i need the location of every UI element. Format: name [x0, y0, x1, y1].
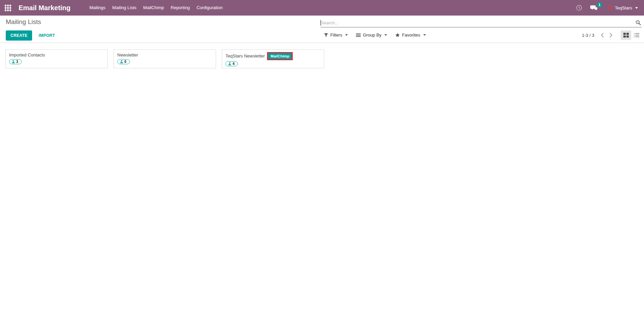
import-button[interactable]: IMPORT: [37, 31, 56, 40]
menu-item-mailing-lists[interactable]: Mailing Lists: [109, 0, 140, 16]
contacts-count-pill[interactable]: 0: [117, 59, 130, 64]
action-buttons: CREATE IMPORT: [6, 30, 56, 41]
systray: 1 TeqStars: [572, 0, 644, 16]
favorites-dropdown[interactable]: Favorites: [395, 32, 426, 38]
chevron-left-icon: [601, 33, 604, 38]
filters-label: Filters: [330, 32, 342, 38]
menu-item-mailings[interactable]: Mailings: [86, 0, 109, 16]
app-brand-title[interactable]: Email Marketing: [19, 4, 70, 12]
search-options: Filters Group By Favorites: [324, 32, 426, 38]
search-bar: [320, 19, 642, 27]
apps-grid-icon: [5, 5, 11, 11]
kanban-view-button[interactable]: [621, 30, 631, 40]
create-button[interactable]: CREATE: [6, 30, 32, 41]
mailing-list-card-imported-contacts[interactable]: Imported Contacts 3: [5, 49, 108, 68]
kanban-view-icon: [623, 33, 629, 38]
mailchimp-badge: MailChimp: [268, 53, 292, 59]
group-by-dropdown[interactable]: Group By: [356, 32, 387, 38]
menu-item-configuration[interactable]: Configuration: [193, 0, 226, 16]
card-title: Imported Contacts: [9, 52, 45, 58]
view-switcher: [621, 30, 642, 40]
funnel-icon: [324, 33, 328, 37]
card-title: TeqStars Newsletter: [225, 53, 265, 59]
top-navbar: Email Marketing Mailings Mailing Lists M…: [0, 0, 644, 16]
company-logo-icon: [607, 5, 613, 10]
control-panel: Mailing Lists CREATE IMPORT Filters: [0, 16, 644, 43]
top-menu: Mailings Mailing Lists MailChimp Reporti…: [86, 0, 226, 16]
mailing-list-card-teqstars-newsletter[interactable]: TeqStars Newsletter MailChimp 4: [222, 49, 324, 68]
user-name: TeqStars: [615, 5, 632, 10]
pager-previous-button[interactable]: [598, 30, 606, 40]
bars-icon: [356, 33, 361, 37]
list-view-icon: [634, 33, 639, 38]
pager-range: 1-3 / 3: [582, 33, 594, 38]
contact-count: 3: [16, 60, 18, 64]
contact-count: 4: [233, 62, 235, 66]
mailing-lists-kanban: Imported Contacts 3 Newsletter 0 TeqStar…: [0, 43, 644, 75]
chevron-down-icon: [635, 7, 638, 9]
search-icon[interactable]: [636, 20, 641, 25]
chevron-right-icon: [610, 33, 613, 38]
star-icon: [395, 33, 400, 37]
contacts-count-pill[interactable]: 4: [225, 61, 238, 66]
caret-down-icon: [384, 34, 387, 36]
clock-icon: [576, 5, 582, 11]
menu-item-reporting[interactable]: Reporting: [167, 0, 193, 16]
caret-down-icon: [423, 34, 426, 36]
activities-button[interactable]: [572, 0, 586, 16]
group-by-label: Group By: [363, 32, 381, 38]
pager-next-button[interactable]: [606, 30, 615, 40]
message-count-badge: 1: [597, 2, 602, 7]
pager-and-views: 1-3 / 3: [582, 30, 642, 40]
person-icon: [228, 62, 231, 65]
page-title: Mailing Lists: [6, 18, 41, 26]
contacts-count-pill[interactable]: 3: [9, 59, 22, 64]
caret-down-icon: [345, 34, 348, 36]
person-icon: [12, 60, 15, 63]
user-menu[interactable]: TeqStars: [602, 0, 640, 16]
contact-count: 0: [124, 60, 126, 64]
filters-dropdown[interactable]: Filters: [324, 32, 348, 38]
highlight-box: MailChimp: [267, 52, 293, 60]
menu-item-mailchimp[interactable]: MailChimp: [140, 0, 167, 16]
messages-button[interactable]: 1: [586, 0, 602, 16]
apps-menu-button[interactable]: [0, 0, 16, 16]
chat-bubbles-icon: [590, 5, 598, 11]
person-icon: [120, 60, 123, 63]
card-title: Newsletter: [117, 52, 138, 58]
mailing-list-card-newsletter[interactable]: Newsletter 0: [114, 49, 216, 68]
favorites-label: Favorites: [402, 32, 420, 38]
search-input[interactable]: [321, 20, 636, 25]
list-view-button[interactable]: [631, 30, 642, 40]
